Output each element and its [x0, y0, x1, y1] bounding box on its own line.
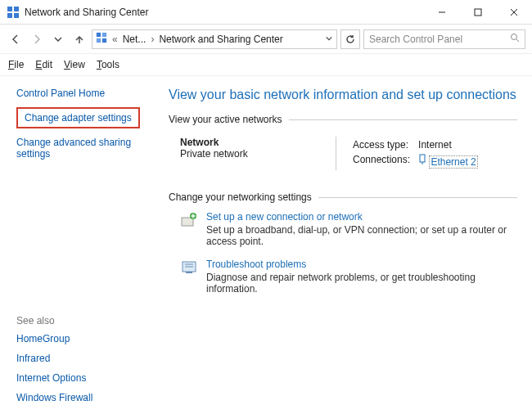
svg-rect-3 — [14, 13, 19, 18]
troubleshoot-icon — [180, 259, 198, 277]
svg-rect-1 — [14, 7, 19, 11]
menu-bar: File Edit View Tools — [0, 54, 532, 76]
troubleshoot-desc: Diagnose and repair network problems, or… — [206, 272, 517, 295]
menu-view[interactable]: View — [64, 59, 85, 70]
search-input[interactable]: Search Control Panel — [363, 29, 525, 49]
setup-connection-link[interactable]: Set up a new connection or network — [206, 211, 517, 223]
svg-rect-5 — [475, 9, 481, 16]
active-networks-header: View your active networks — [169, 114, 282, 125]
setup-connection-desc: Set up a broadband, dial-up, or VPN conn… — [206, 224, 517, 247]
network-icon — [96, 32, 107, 46]
link-infrared[interactable]: Infrared — [16, 353, 154, 364]
address-bar: « Net... › Network and Sharing Center Se… — [0, 25, 532, 54]
see-also-header: See also — [16, 315, 154, 326]
menu-tools[interactable]: Tools — [97, 59, 119, 70]
sidebar-change-adapter-settings[interactable]: Change adapter settings — [16, 107, 140, 128]
nav-up-button[interactable] — [70, 30, 88, 48]
link-homegroup[interactable]: HomeGroup — [16, 333, 154, 344]
page-heading: View your basic network information and … — [169, 88, 517, 102]
titlebar: Network and Sharing Center — [0, 0, 532, 25]
link-windows-firewall[interactable]: Windows Firewall — [16, 392, 154, 403]
sidebar-change-advanced-sharing[interactable]: Change advanced sharing settings — [16, 137, 154, 160]
divider — [289, 119, 517, 120]
svg-rect-12 — [102, 38, 106, 43]
troubleshoot-link[interactable]: Troubleshoot problems — [206, 259, 517, 270]
ethernet-icon — [418, 156, 426, 168]
nav-recent-button[interactable] — [49, 30, 67, 48]
svg-rect-10 — [102, 33, 106, 37]
breadcrumb-level1[interactable]: Net... — [123, 34, 147, 45]
window-maximize-button[interactable] — [460, 0, 496, 25]
breadcrumb-sep-icon: « — [112, 34, 118, 45]
svg-line-14 — [516, 39, 519, 42]
svg-rect-2 — [7, 13, 12, 18]
search-icon — [510, 33, 520, 45]
svg-rect-9 — [97, 33, 101, 37]
menu-edit[interactable]: Edit — [35, 59, 52, 70]
link-internet-options[interactable]: Internet Options — [16, 372, 154, 384]
network-type: Private network — [180, 148, 336, 160]
svg-rect-11 — [97, 38, 101, 43]
network-name: Network — [180, 137, 336, 148]
search-placeholder: Search Control Panel — [369, 34, 510, 45]
nav-forward-button[interactable] — [28, 30, 46, 48]
window-minimize-button[interactable] — [424, 0, 460, 25]
breadcrumb-bar[interactable]: « Net... › Network and Sharing Center — [92, 29, 337, 49]
svg-rect-17 — [182, 218, 193, 226]
svg-rect-15 — [420, 155, 425, 162]
new-connection-icon — [180, 211, 198, 229]
sidebar-control-panel-home[interactable]: Control Panel Home — [16, 88, 154, 99]
svg-point-13 — [512, 34, 517, 40]
window-title: Network and Sharing Center — [25, 7, 148, 18]
sidebar: Control Panel Home Change adapter settin… — [0, 76, 164, 414]
access-type-label: Access type: — [353, 138, 417, 151]
divider — [318, 197, 517, 198]
access-type-value: Internet — [418, 138, 485, 151]
chevron-right-icon: › — [151, 34, 154, 45]
svg-rect-22 — [186, 272, 192, 273]
connections-label: Connections: — [353, 153, 417, 169]
breadcrumb-dropdown-icon[interactable] — [325, 34, 333, 45]
menu-file[interactable]: File — [8, 59, 24, 70]
window-close-button[interactable] — [496, 0, 532, 25]
change-settings-header: Change your networking settings — [169, 191, 312, 203]
connection-link[interactable]: Ethernet 2 — [429, 155, 477, 169]
svg-rect-0 — [7, 7, 12, 11]
breadcrumb-level2[interactable]: Network and Sharing Center — [159, 34, 282, 45]
app-icon — [7, 6, 20, 19]
refresh-button[interactable] — [340, 29, 360, 49]
main-content: View your basic network information and … — [164, 76, 532, 414]
nav-back-button[interactable] — [7, 30, 25, 48]
